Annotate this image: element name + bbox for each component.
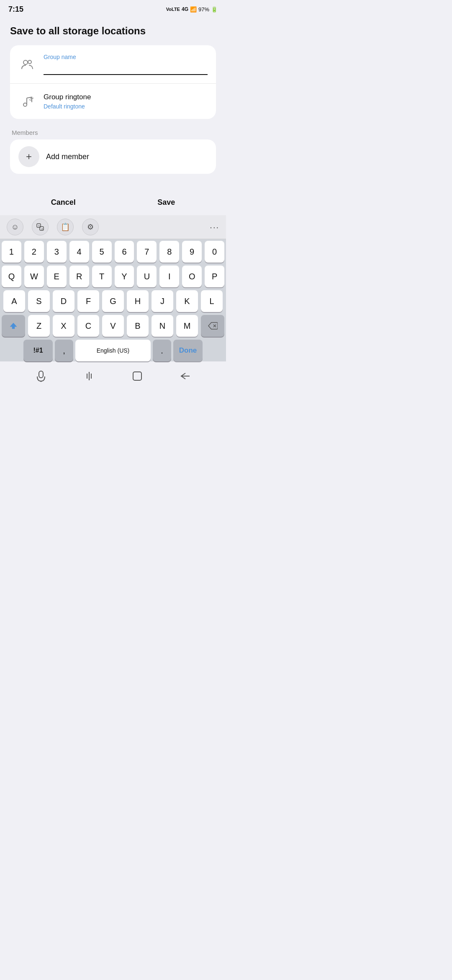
- comma-key[interactable]: ,: [55, 340, 73, 361]
- bottom-row: !#1 , English (US) . Done: [0, 340, 226, 361]
- key-i[interactable]: I: [159, 266, 179, 287]
- key-v[interactable]: V: [102, 315, 124, 337]
- ringtone-icon: [18, 92, 37, 111]
- key-8[interactable]: 8: [159, 241, 179, 263]
- form-card: Group name Group ringtone Default ringto…: [10, 45, 216, 119]
- mic-nav-icon[interactable]: [33, 368, 49, 384]
- emoji-icon[interactable]: ☺: [7, 219, 23, 235]
- svg-point-0: [23, 60, 28, 64]
- key-4[interactable]: 4: [69, 241, 89, 263]
- key-5[interactable]: 5: [92, 241, 112, 263]
- key-f[interactable]: F: [77, 290, 99, 312]
- asdf-row: A S D F G H J K L: [0, 290, 226, 312]
- status-bar: 7:15 VoLTE 4G 📶 97% 🔋: [0, 0, 226, 17]
- status-time: 7:15: [8, 5, 23, 14]
- key-1[interactable]: 1: [2, 241, 21, 263]
- key-p[interactable]: P: [205, 266, 224, 287]
- action-row: Cancel Save: [0, 187, 226, 215]
- key-z[interactable]: Z: [28, 315, 50, 337]
- key-c[interactable]: C: [77, 315, 99, 337]
- ringtone-field: Group ringtone Default ringtone: [44, 93, 208, 110]
- key-o[interactable]: O: [182, 266, 202, 287]
- svg-point-2: [23, 103, 27, 106]
- symbol-key[interactable]: !#1: [23, 340, 53, 361]
- ringtone-title: Group ringtone: [44, 93, 208, 101]
- svg-text:A: A: [38, 224, 40, 227]
- space-key[interactable]: English (US): [75, 340, 151, 361]
- svg-point-1: [28, 60, 31, 64]
- back-nav-icon[interactable]: [177, 368, 194, 384]
- group-name-label: Group name: [44, 54, 208, 60]
- key-w[interactable]: W: [24, 266, 44, 287]
- period-key[interactable]: .: [153, 340, 171, 361]
- group-icon: [18, 55, 37, 74]
- key-7[interactable]: 7: [137, 241, 157, 263]
- key-x[interactable]: X: [53, 315, 74, 337]
- key-d[interactable]: D: [53, 290, 74, 312]
- key-e[interactable]: E: [47, 266, 67, 287]
- battery-icon: 🔋: [211, 6, 218, 13]
- settings-icon[interactable]: ⚙: [82, 219, 99, 235]
- add-member-button[interactable]: +: [18, 146, 39, 167]
- key-j[interactable]: J: [152, 290, 173, 312]
- page-title: Save to all storage locations: [10, 25, 216, 37]
- main-content: Save to all storage locations Group name: [0, 17, 226, 187]
- translate-icon[interactable]: A あ: [32, 219, 49, 235]
- lines-nav-icon[interactable]: [81, 368, 98, 384]
- zxcv-row: Z X C V B N M: [0, 315, 226, 337]
- key-h[interactable]: H: [127, 290, 149, 312]
- clipboard-icon[interactable]: 📋: [57, 219, 74, 235]
- key-9[interactable]: 9: [182, 241, 202, 263]
- key-k[interactable]: K: [176, 290, 198, 312]
- delete-key[interactable]: [201, 315, 224, 337]
- done-key[interactable]: Done: [173, 340, 203, 361]
- key-r[interactable]: R: [69, 266, 89, 287]
- members-card[interactable]: + Add member: [10, 139, 216, 174]
- members-section-label: Members: [10, 126, 216, 139]
- key-b[interactable]: B: [127, 315, 149, 337]
- key-u[interactable]: U: [137, 266, 157, 287]
- key-2[interactable]: 2: [24, 241, 44, 263]
- status-icons: VoLTE 4G 📶 97% 🔋: [166, 6, 218, 13]
- svg-rect-10: [39, 371, 43, 378]
- number-row: 1 2 3 4 5 6 7 8 9 0: [0, 241, 226, 263]
- nav-bar: [0, 364, 226, 388]
- group-name-row: Group name: [10, 45, 216, 84]
- ringtone-subtitle: Default ringtone: [44, 103, 208, 110]
- group-name-input[interactable]: [44, 62, 208, 75]
- key-0[interactable]: 0: [205, 241, 224, 263]
- home-nav-icon[interactable]: [129, 368, 146, 384]
- add-member-label: Add member: [46, 152, 89, 161]
- shift-key[interactable]: [2, 315, 25, 337]
- cancel-button[interactable]: Cancel: [34, 195, 92, 210]
- key-m[interactable]: M: [176, 315, 198, 337]
- signal-icon: 📶: [190, 6, 197, 13]
- save-button[interactable]: Save: [141, 195, 192, 210]
- more-options-icon[interactable]: ···: [210, 222, 219, 232]
- keyboard-toolbar: ☺ A あ 📋 ⚙ ···: [0, 215, 226, 239]
- key-y[interactable]: Y: [115, 266, 134, 287]
- group-ringtone-row[interactable]: Group ringtone Default ringtone: [10, 84, 216, 119]
- keyboard: 1 2 3 4 5 6 7 8 9 0 Q W E R T Y U I O P …: [0, 239, 226, 361]
- key-6[interactable]: 6: [115, 241, 134, 263]
- key-s[interactable]: S: [28, 290, 50, 312]
- key-3[interactable]: 3: [47, 241, 67, 263]
- key-g[interactable]: G: [102, 290, 124, 312]
- key-n[interactable]: N: [152, 315, 173, 337]
- key-t[interactable]: T: [92, 266, 112, 287]
- volte-icon: VoLTE: [166, 7, 180, 12]
- key-a[interactable]: A: [3, 290, 25, 312]
- network-icon: 4G: [182, 6, 188, 12]
- key-l[interactable]: L: [201, 290, 223, 312]
- qwerty-row: Q W E R T Y U I O P: [0, 266, 226, 287]
- battery-text: 97%: [198, 6, 209, 13]
- svg-rect-15: [133, 372, 141, 380]
- svg-text:あ: あ: [41, 228, 44, 231]
- group-name-field: Group name: [44, 54, 208, 75]
- key-q[interactable]: Q: [2, 266, 21, 287]
